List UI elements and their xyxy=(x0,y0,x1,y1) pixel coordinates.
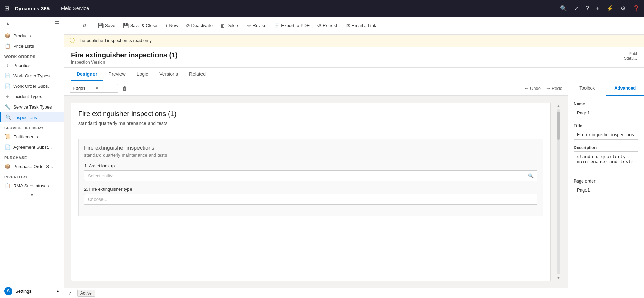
check-icon[interactable]: ✓ xyxy=(574,5,579,12)
sidebar-item-inspections[interactable]: 🔍 Inspections xyxy=(0,112,64,122)
sidebar-item-service-task-types[interactable]: 🔧 Service Task Types xyxy=(0,102,64,112)
sidebar-item-price-lists[interactable]: 📋 Price Lists xyxy=(0,41,64,51)
incident-types-icon: ⚠ xyxy=(4,94,10,99)
refresh-label: Refresh xyxy=(323,23,339,28)
settings-label: Settings xyxy=(15,289,32,294)
rma-icon: 📋 xyxy=(4,183,10,188)
plus-icon[interactable]: + xyxy=(596,5,599,12)
prop-name-input[interactable] xyxy=(574,108,638,118)
page-header: Fire extinguisher inspections (1) Inspec… xyxy=(64,47,644,68)
sidebar-item-purchase-order-label: Purchase Order S... xyxy=(13,164,53,169)
sidebar-item-work-order-subs[interactable]: 📄 Work Order Subs... xyxy=(0,81,64,91)
redo-button[interactable]: ↪ Redo xyxy=(546,86,562,91)
question-icon[interactable]: ❓ xyxy=(633,5,640,12)
sidebar-item-entitlements[interactable]: 📜 Entitlements xyxy=(0,131,64,142)
canvas-toolbar: Page1 ▼ 🗑 ↩ Undo ↪ Redo xyxy=(64,81,568,96)
undo-icon: ↩ xyxy=(525,86,529,91)
brand: Dynamics 365 xyxy=(15,6,50,11)
email-link-button[interactable]: ✉ Email a Link xyxy=(343,21,380,30)
scroll-down-arrow[interactable]: ▼ xyxy=(557,276,560,280)
scrollbar-thumb[interactable] xyxy=(557,112,560,140)
revise-icon: ✏ xyxy=(247,23,251,28)
section-title: Fire extinguisher inspections xyxy=(84,145,537,151)
scroll-up-arrow[interactable]: ▲ xyxy=(557,104,560,108)
field-asset-lookup-input[interactable]: Select entity 🔍 xyxy=(84,170,537,181)
field-fire-ext-type-placeholder: Choose... xyxy=(88,197,107,202)
sidebar-item-work-order-types-label: Work Order Types xyxy=(13,73,50,78)
field-asset-lookup-placeholder: Select entity xyxy=(88,173,113,178)
export-icon: 📄 xyxy=(274,23,280,28)
revise-button[interactable]: ✏ Revise xyxy=(244,21,270,30)
sidebar-item-products[interactable]: 📦 Products xyxy=(0,30,64,41)
grid-icon[interactable]: ⊞ xyxy=(4,4,9,12)
deactivate-button[interactable]: ⊘ Deactivate xyxy=(182,21,216,30)
nav-divider xyxy=(55,4,55,12)
new-button[interactable]: + New xyxy=(161,21,181,30)
undo-button[interactable]: ↩ Undo xyxy=(525,86,541,91)
sidebar-item-rma-substatuses[interactable]: 📋 RMA Substatuses xyxy=(0,180,64,191)
right-panel-tabs: Toolbox Advanced xyxy=(568,81,644,96)
expand-icon[interactable]: ⤢ xyxy=(68,291,72,296)
email-icon: ✉ xyxy=(346,23,350,28)
filter-icon[interactable]: ⚡ xyxy=(606,5,614,12)
price-lists-icon: 📋 xyxy=(4,43,10,49)
toolbar: ← ⧉ 💾 Save 💾 Save & Close + New ⊘ Deacti… xyxy=(64,17,644,35)
tab-versions[interactable]: Versions xyxy=(154,68,184,81)
back-button[interactable]: ← xyxy=(67,21,79,30)
scroll-down-btn[interactable]: ▼ xyxy=(0,191,64,199)
revise-label: Revise xyxy=(253,23,267,28)
refresh-icon: ↺ xyxy=(317,23,321,28)
asset-lookup-search-icon: 🔍 xyxy=(528,173,534,178)
prop-page-order-input[interactable] xyxy=(574,185,638,195)
status-bar: ⤢ Active xyxy=(64,288,644,298)
page-subtitle: Inspection Version xyxy=(71,60,178,65)
section-desc: standard quarterly maintenance and tests xyxy=(84,152,537,158)
service-task-types-icon: 🔧 xyxy=(4,104,10,110)
save-close-icon: 💾 xyxy=(123,23,129,28)
delete-button[interactable]: 🗑 Delete xyxy=(217,21,243,30)
field-fire-ext-type-input[interactable]: Choose... xyxy=(84,194,537,205)
save-close-button[interactable]: 💾 Save & Close xyxy=(119,21,161,30)
status-badge: Active xyxy=(77,290,95,297)
right-tab-toolbox[interactable]: Toolbox xyxy=(568,81,606,96)
sidebar-item-incident-types[interactable]: ⚠ Incident Types xyxy=(0,91,64,102)
sidebar-item-work-order-types[interactable]: 📄 Work Order Types xyxy=(0,71,64,81)
right-tab-advanced[interactable]: Advanced xyxy=(606,81,644,96)
save-label: Save xyxy=(105,23,115,28)
save-button[interactable]: 💾 Save xyxy=(94,21,119,30)
tab-designer[interactable]: Designer xyxy=(71,68,103,81)
page-selector-chevron: ▼ xyxy=(95,86,115,90)
undo-redo-group: ↩ Undo ↪ Redo xyxy=(525,86,562,91)
sidebar-item-inspections-label: Inspections xyxy=(14,115,37,120)
sidebar-settings-item[interactable]: S Settings ▲ xyxy=(0,284,64,298)
page-status-subtext: Statu... xyxy=(624,56,637,61)
search-icon[interactable]: 🔍 xyxy=(560,5,567,12)
field-asset-lookup-label: 1. Asset lookup xyxy=(84,163,537,168)
brand-name: Dynamics 365 xyxy=(15,6,50,11)
prop-description-textarea[interactable]: standard quarterly maintenance and tests xyxy=(574,151,638,172)
refresh-button[interactable]: ↺ Refresh xyxy=(314,21,342,30)
sidebar-item-priorities[interactable]: ↕ Priorities xyxy=(0,60,64,71)
delete-page-icon[interactable]: 🗑 xyxy=(122,85,127,91)
scroll-up-btn[interactable]: ▲ xyxy=(4,19,11,27)
sidebar-item-purchase-order-s[interactable]: 📦 Purchase Order S... xyxy=(0,161,64,171)
tab-related[interactable]: Related xyxy=(184,68,211,81)
sidebar: ▲ ☰ 📦 Products 📋 Price Lists Work Orders… xyxy=(0,17,64,298)
tab-preview[interactable]: Preview xyxy=(103,68,131,81)
sidebar-item-work-order-subs-label: Work Order Subs... xyxy=(13,84,52,89)
help-icon[interactable]: ? xyxy=(586,5,589,12)
export-pdf-button[interactable]: 📄 Export to PDF xyxy=(270,21,313,30)
collapse-btn[interactable]: ☰ xyxy=(55,20,60,27)
page-selector[interactable]: Page1 ▼ xyxy=(70,84,118,93)
form-desc: standard quarterly maintenance and tests xyxy=(78,121,543,126)
prop-title-input[interactable] xyxy=(574,130,638,140)
settings-icon[interactable]: ⚙ xyxy=(620,5,626,12)
field-asset-lookup: 1. Asset lookup Select entity 🔍 xyxy=(84,163,537,181)
tab-logic[interactable]: Logic xyxy=(131,68,154,81)
new-label: New xyxy=(169,23,178,28)
sidebar-item-agreement-subst[interactable]: 📄 Agreement Subst... xyxy=(0,142,64,152)
right-panel: Toolbox Advanced Name Title xyxy=(568,81,644,288)
copy-button[interactable]: ⧉ xyxy=(79,20,90,30)
canvas-scrollbar: ▲ ▼ xyxy=(556,103,561,281)
main-layout: ▲ ☰ 📦 Products 📋 Price Lists Work Orders… xyxy=(0,17,644,298)
